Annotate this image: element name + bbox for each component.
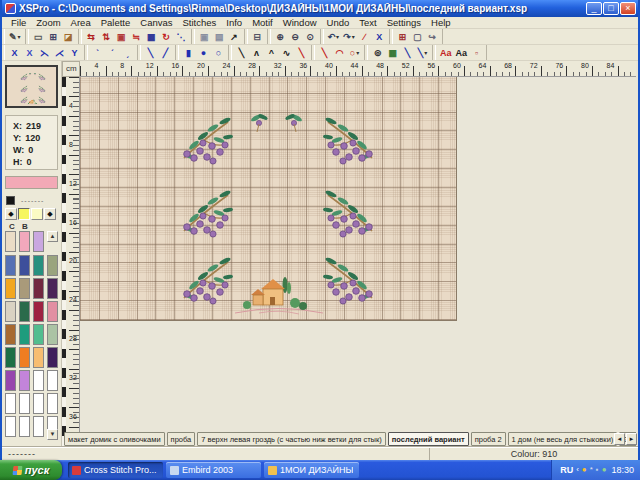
palette-swatch[interactable] <box>5 416 16 437</box>
pencil-tool[interactable]: ✎▾ <box>7 30 23 44</box>
motif-branch[interactable] <box>38 85 46 93</box>
tabs-scroll-right-button[interactable]: ► <box>626 433 637 445</box>
mirror-vertical-tool[interactable]: ⇅ <box>99 30 114 44</box>
palette-swatch[interactable] <box>47 324 58 345</box>
palette-scroll-up-button[interactable]: ▲ <box>47 231 58 242</box>
motif-bird[interactable] <box>249 110 269 134</box>
palette-swatch[interactable] <box>33 393 44 414</box>
coin-tray-icon[interactable]: ● <box>582 465 587 475</box>
motif-house[interactable] <box>26 99 39 105</box>
palette-scroll-down-button[interactable]: ▼ <box>47 429 58 440</box>
palette-swatch[interactable] <box>5 231 16 252</box>
palette-swatch[interactable] <box>5 347 16 368</box>
pale-yellow-mode-button[interactable] <box>31 208 43 220</box>
palette-swatch[interactable] <box>19 278 30 299</box>
palette-swatch[interactable] <box>33 324 44 345</box>
language-indicator[interactable]: RU <box>560 465 573 475</box>
vertical-stitch-tool[interactable]: ▮ <box>181 46 196 60</box>
current-colour-swatch[interactable] <box>6 196 15 205</box>
quarter-stitch-tr-tool[interactable]: ˊ <box>105 46 120 60</box>
pattern-tab[interactable]: 7 верхн левая гроздь (с частью ниж ветки… <box>197 432 386 446</box>
pen-swap-tool[interactable]: ∕ <box>357 30 372 44</box>
menu-file[interactable]: File <box>6 17 31 28</box>
flip-area-tool[interactable]: ≒ <box>129 30 144 44</box>
palette-swatch[interactable] <box>19 370 30 391</box>
zoom-out-button[interactable]: ⊖ <box>288 30 303 44</box>
palette-swatch[interactable] <box>19 324 30 345</box>
palette-swatch[interactable] <box>47 255 58 276</box>
palette-swatch[interactable] <box>33 231 44 252</box>
blue-line-styles-tool[interactable]: ╲▾ <box>415 46 430 60</box>
dropdown-arrow-icon[interactable]: ▾ <box>424 49 427 56</box>
menu-area[interactable]: Area <box>66 17 96 28</box>
pattern-tab[interactable]: проба <box>167 432 196 446</box>
french-knot-tool[interactable]: ● <box>196 46 211 60</box>
pattern-tab[interactable]: 1 дом (не весь для стыковки) <box>508 432 618 446</box>
text-red-button[interactable]: Aa <box>438 46 454 60</box>
redo-button[interactable]: ↷▾ <box>341 30 357 44</box>
selection-marquee-tool[interactable]: ▫ <box>469 46 484 60</box>
curve-red-tool[interactable]: ◠ <box>332 46 347 60</box>
blue-line-tool[interactable]: ╲ <box>400 46 415 60</box>
rotate-area-tool[interactable]: ↻ <box>159 30 174 44</box>
motif-branch[interactable] <box>178 114 236 168</box>
palette-swatch[interactable] <box>5 370 16 391</box>
dropdown-arrow-icon[interactable]: ▾ <box>352 33 355 40</box>
backstitch-step-tool[interactable]: ʌ <box>249 46 264 60</box>
taskbar-button[interactable]: Embird 2003 <box>166 462 261 478</box>
ruler-tool[interactable]: ⊟ <box>250 30 265 44</box>
palette-swatch[interactable] <box>33 347 44 368</box>
motif-branch[interactable] <box>19 85 27 93</box>
half-stitch-back-tool[interactable]: ╲ <box>143 46 158 60</box>
taskbar-button[interactable]: Cross Stitch Pro... <box>68 462 163 478</box>
full-cross-stitch-tool[interactable]: X <box>7 46 22 60</box>
motif-branch[interactable] <box>38 73 46 81</box>
menu-motif[interactable]: Motif <box>247 17 278 28</box>
menu-text[interactable]: Text <box>354 17 381 28</box>
palette-swatch[interactable] <box>33 416 44 437</box>
half-stitch-forward-tool[interactable]: ╱ <box>158 46 173 60</box>
quarter-stitch-tl-tool[interactable]: ˋ <box>90 46 105 60</box>
palette-swatch[interactable] <box>19 231 30 252</box>
menu-palette[interactable]: Palette <box>96 17 136 28</box>
motif-bird[interactable] <box>284 110 304 134</box>
palette-swatch[interactable] <box>5 278 16 299</box>
palette-swatch[interactable] <box>33 255 44 276</box>
close-button[interactable]: × <box>620 2 636 15</box>
pattern-tab[interactable]: проба 2 <box>471 432 506 446</box>
motif-branch[interactable] <box>178 254 236 308</box>
motif-bird[interactable] <box>34 72 37 75</box>
blend-right-button[interactable]: ◆ <box>44 208 56 220</box>
palette-swatch[interactable] <box>33 370 44 391</box>
tabs-scroll-left-button[interactable]: ◄ <box>614 433 625 445</box>
app-tray-icon[interactable]: * <box>590 465 593 475</box>
menu-help[interactable]: Help <box>426 17 456 28</box>
palette-swatch[interactable] <box>47 370 58 391</box>
yellow-mode-button[interactable] <box>18 208 30 220</box>
circle-red-tool[interactable]: ○▾ <box>347 46 362 60</box>
picture-import-tool[interactable]: ▦ <box>385 46 400 60</box>
three-quarter-stitch-left-tool[interactable]: ⋋ <box>37 46 52 60</box>
knot-tool[interactable]: ⊚ <box>370 46 385 60</box>
menu-settings[interactable]: Settings <box>382 17 426 28</box>
palette-swatch[interactable] <box>19 347 30 368</box>
half-cross-stitch-tool[interactable]: X <box>22 46 37 60</box>
new-page-button[interactable]: ▢ <box>410 30 425 44</box>
eraser-tool[interactable]: ◪ <box>61 30 76 44</box>
cross-pens-tool[interactable]: X <box>372 30 387 44</box>
palette-swatch[interactable] <box>47 278 58 299</box>
motif-branch[interactable] <box>19 73 27 81</box>
palette-swatch[interactable] <box>5 255 16 276</box>
stitch-canvas[interactable] <box>80 77 457 321</box>
motif-house[interactable] <box>233 273 325 317</box>
bead-tool[interactable]: ○ <box>211 46 226 60</box>
cascade-motif-tool[interactable]: ⋱ <box>174 30 189 44</box>
zoom-actual-button[interactable]: ⊙ <box>303 30 318 44</box>
dropdown-arrow-icon[interactable]: ▾ <box>356 49 359 56</box>
motif-bird[interactable] <box>29 72 32 75</box>
motif-branch[interactable] <box>320 187 378 241</box>
palette-swatch[interactable] <box>33 278 44 299</box>
backstitch-red-tool[interactable]: ╲ <box>294 46 309 60</box>
pattern-repeat-tool[interactable]: ▦ <box>144 30 159 44</box>
palette-swatch[interactable] <box>47 393 58 414</box>
